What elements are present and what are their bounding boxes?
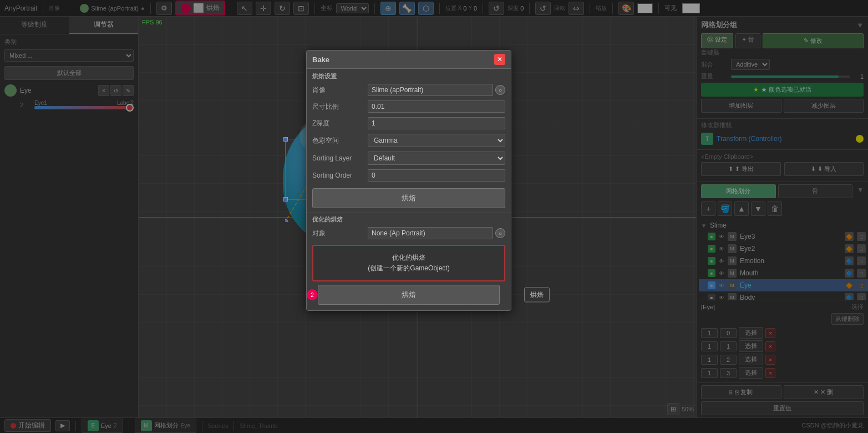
dialog-colorspace-label: 色彩空间 bbox=[312, 136, 368, 145]
dialog-sortlayer-label: Sorting Layer bbox=[312, 154, 368, 162]
bake-dialog: Bake ✕ 烘焙设置 肖像 ○ 尺寸比例 Z深度 bbox=[306, 50, 511, 311]
dialog-close-btn[interactable]: ✕ bbox=[494, 54, 505, 65]
opt-line2: (创建一个新的GameObject) bbox=[368, 264, 449, 272]
dialog-bake-btn2-container: 2 烘焙 烘焙 bbox=[312, 285, 505, 305]
dialog-portrait-label: 肖像 bbox=[312, 85, 368, 95]
dialog-scale-input[interactable] bbox=[368, 100, 505, 113]
dialog-opt-title: 优化的烘焙 bbox=[307, 213, 511, 225]
dialog-bake-btn-2[interactable]: 烘焙 bbox=[318, 285, 500, 305]
dialog-object-circle[interactable]: ○ bbox=[495, 228, 505, 238]
dialog-portrait-row: 肖像 ○ bbox=[307, 82, 511, 98]
dialog-title: Bake bbox=[312, 56, 329, 64]
bake-dialog-overlay[interactable]: Bake ✕ 烘焙设置 肖像 ○ 尺寸比例 Z深度 bbox=[0, 0, 868, 433]
dialog-scale-row: 尺寸比例 bbox=[307, 98, 511, 115]
opt-line1: 优化的烘焙 bbox=[392, 254, 425, 261]
dialog-sortorder-field bbox=[368, 169, 505, 182]
dialog-scale-field bbox=[368, 100, 505, 113]
dialog-sortorder-row: Sorting Order bbox=[307, 167, 511, 184]
dialog-sortlayer-row: Sorting Layer Default bbox=[307, 149, 511, 167]
dialog-scale-label: 尺寸比例 bbox=[312, 102, 368, 112]
dialog-colorspace-field: Gamma Linear bbox=[368, 134, 505, 147]
dialog-bake-btn-1[interactable]: 烘焙 bbox=[312, 188, 505, 208]
bake-btn-2-label: 烘焙 bbox=[402, 290, 416, 299]
dialog-zdepth-input[interactable] bbox=[368, 117, 505, 129]
dialog-portrait-input[interactable] bbox=[368, 84, 493, 96]
dialog-colorspace-select[interactable]: Gamma Linear bbox=[368, 134, 505, 147]
opt-area-text: 优化的烘焙 (创建一个新的GameObject) bbox=[320, 253, 498, 274]
dialog-sortlayer-select[interactable]: Default bbox=[368, 152, 505, 165]
bake-num-2: 2 bbox=[307, 289, 318, 300]
dialog-object-field: ○ bbox=[368, 227, 505, 239]
close-icon: ✕ bbox=[497, 56, 502, 63]
dialog-object-label: 对象 bbox=[312, 229, 368, 238]
bake-tooltip: 烘焙 bbox=[524, 288, 550, 303]
dialog-portrait-field: ○ bbox=[368, 84, 505, 96]
dialog-object-input[interactable] bbox=[368, 227, 493, 239]
dialog-opt-area: 优化的烘焙 (创建一个新的GameObject) bbox=[312, 245, 505, 281]
dialog-colorspace-row: 色彩空间 Gamma Linear bbox=[307, 132, 511, 149]
dialog-zdepth-row: Z深度 bbox=[307, 115, 511, 132]
bake-settings-title: 烘焙设置 bbox=[307, 69, 511, 82]
dialog-zdepth-field bbox=[368, 117, 505, 129]
dialog-zdepth-label: Z深度 bbox=[312, 119, 368, 128]
dialog-sortlayer-field: Default bbox=[368, 152, 505, 165]
dialog-header: Bake ✕ bbox=[307, 51, 511, 69]
dialog-sortorder-label: Sorting Order bbox=[312, 172, 368, 179]
dialog-sortorder-input[interactable] bbox=[368, 169, 505, 182]
bake-btn-1-label: 烘焙 bbox=[402, 194, 416, 202]
dialog-portrait-circle[interactable]: ○ bbox=[495, 85, 505, 95]
dialog-object-row: 对象 ○ bbox=[307, 225, 511, 241]
